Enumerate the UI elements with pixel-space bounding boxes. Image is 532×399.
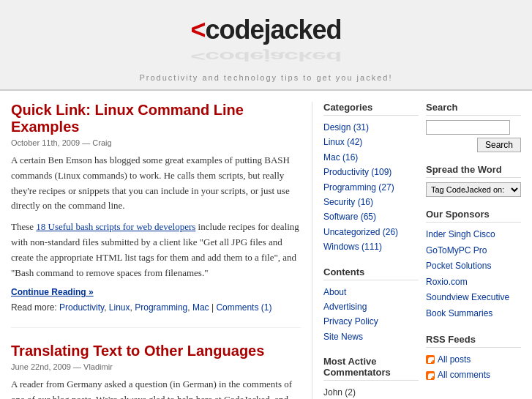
cat-productivity[interactable]: Productivity (109)	[323, 165, 419, 179]
logo-reflection: <codejacked	[190, 51, 341, 61]
content-wrapper: Quick Link: Linux Command Line Examples …	[0, 91, 532, 399]
logo-bracket: <	[190, 15, 205, 45]
sponsors-section: Our Sponsors Inder Singh Cisco GoToMyPC …	[426, 209, 521, 322]
cat-design[interactable]: Design (31)	[323, 120, 419, 135]
search-section: Search Search	[426, 102, 521, 152]
post-1-meta: October 11th, 2009 — Craig	[11, 138, 301, 147]
post-2-title-link[interactable]: Translating Text to Other Languages	[11, 343, 264, 359]
bash-scripts-link[interactable]: 18 Useful bash scripts for web developer…	[36, 221, 195, 232]
post-1-readmore: Read more: Productivity, Linux, Programm…	[11, 302, 301, 313]
post-2: Translating Text to Other Languages June…	[11, 343, 301, 399]
main-content: Quick Link: Linux Command Line Examples …	[11, 102, 312, 399]
sponsor-5[interactable]: Soundview Executive Book Summaries	[426, 290, 521, 321]
readmore-comments[interactable]: Comments (1)	[216, 302, 271, 313]
logo-text: <codejacked	[190, 15, 341, 45]
sidebar-col2: Search Search Spread the Word Tag CodeJa…	[426, 102, 521, 399]
sidebar: Categories Design (31) Linux (42) Mac (1…	[323, 102, 521, 399]
categories-section: Categories Design (31) Linux (42) Mac (1…	[323, 102, 419, 255]
rss-all-posts[interactable]: All posts	[426, 352, 521, 368]
sponsor-4[interactable]: Roxio.com	[426, 275, 521, 291]
rss-icon-posts	[426, 355, 435, 364]
spread-title: Spread the Word	[426, 164, 521, 178]
cat-security[interactable]: Security (16)	[323, 195, 419, 209]
cat-mac[interactable]: Mac (16)	[323, 150, 419, 165]
rss-all-comments-label: All comments	[438, 368, 490, 384]
readmore-productivity[interactable]: Productivity	[59, 302, 104, 313]
commentator-1: John (2)	[323, 385, 419, 399]
post-2-title: Translating Text to Other Languages	[11, 343, 301, 359]
logo-name: codejacked	[205, 15, 341, 45]
post-1: Quick Link: Linux Command Line Examples …	[11, 102, 301, 328]
cat-uncategorized[interactable]: Uncategorized (26)	[323, 225, 419, 239]
contents-title: Contents	[323, 266, 419, 280]
search-area: Search	[426, 120, 521, 152]
contents-about[interactable]: About	[323, 285, 419, 299]
readmore-label: Read more:	[11, 302, 59, 313]
spread-section: Spread the Word Tag CodeJacked on:	[426, 164, 521, 197]
logo[interactable]: <codejacked <codejacked	[190, 15, 341, 67]
post-1-body2-prefix: These	[11, 221, 36, 232]
contents-advertising[interactable]: Advertising	[323, 299, 419, 314]
sponsors-title: Our Sponsors	[426, 209, 521, 223]
header: <codejacked <codejacked Productivity and…	[0, 0, 532, 91]
post-2-meta: June 22nd, 2009 — Vladimir	[11, 362, 301, 371]
post-1-body1: A certain Ben Emson has blogged some gre…	[11, 153, 301, 214]
contents-privacy[interactable]: Privacy Policy	[323, 314, 419, 329]
tagline: Productivity and technology tips to get …	[15, 67, 517, 89]
search-button[interactable]: Search	[477, 138, 521, 152]
sidebar-col1: Categories Design (31) Linux (42) Mac (1…	[323, 102, 419, 399]
readmore-linux[interactable]: Linux	[109, 302, 130, 313]
post-2-body: A reader from Germany asked a question (…	[11, 377, 301, 399]
rss-all-posts-label: All posts	[438, 352, 471, 368]
categories-title: Categories	[323, 102, 419, 116]
logo-area: <codejacked <codejacked	[15, 7, 517, 67]
cat-programming[interactable]: Programming (27)	[323, 180, 419, 195]
rss-section: RSS Feeds All posts All comments	[426, 334, 521, 384]
contents-section: Contents About Advertising Privacy Polic…	[323, 266, 419, 345]
spread-select[interactable]: Tag CodeJacked on:	[426, 182, 521, 197]
post-1-title: Quick Link: Linux Command Line Examples	[11, 102, 301, 135]
readmore-mac[interactable]: Mac	[192, 302, 209, 313]
rss-all-comments[interactable]: All comments	[426, 368, 521, 384]
search-title: Search	[426, 102, 521, 116]
continue-reading-link[interactable]: Continue Reading »	[11, 287, 94, 297]
post-1-title-link[interactable]: Quick Link: Linux Command Line Examples	[11, 102, 244, 135]
rss-title: RSS Feeds	[426, 334, 521, 348]
post-1-body2: These 18 Useful bash scripts for web dev…	[11, 220, 301, 280]
commentators-title: Most Active Commentators	[323, 356, 419, 381]
contents-sitenews[interactable]: Site News	[323, 329, 419, 344]
cat-linux[interactable]: Linux (42)	[323, 135, 419, 149]
sponsor-3[interactable]: Pocket Solutions	[426, 258, 521, 275]
sponsor-1[interactable]: Inder Singh Cisco	[426, 227, 521, 243]
cat-windows[interactable]: Windows (111)	[323, 239, 419, 254]
commentators-section: Most Active Commentators John (2) Sharon…	[323, 356, 419, 399]
sponsor-2[interactable]: GoToMyPC Pro	[426, 243, 521, 259]
search-input[interactable]	[426, 120, 510, 135]
readmore-programming[interactable]: Programming	[135, 302, 187, 313]
rss-icon-comments	[426, 371, 435, 380]
cat-software[interactable]: Software (65)	[323, 209, 419, 224]
